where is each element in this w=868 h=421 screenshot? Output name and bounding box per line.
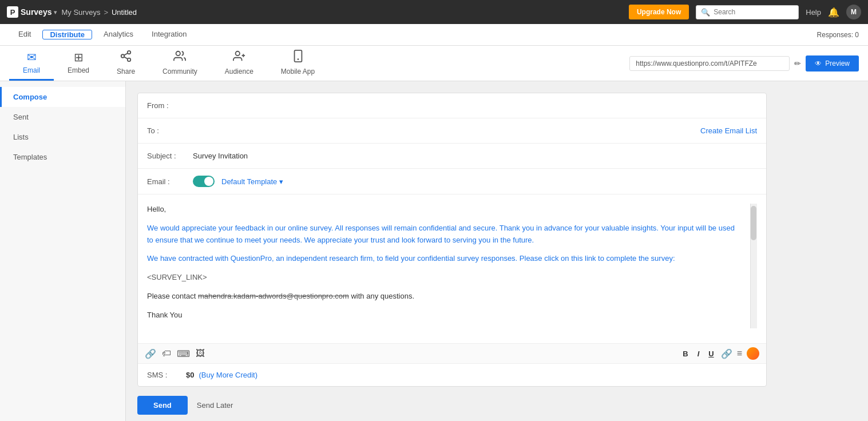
breadcrumb: My Surveys > Untitled bbox=[61, 8, 137, 17]
third-nav-items: ✉ Email ⊞ Embed Share Community bbox=[9, 46, 328, 81]
keyboard-icon[interactable]: ⌨ bbox=[177, 348, 190, 359]
editor-toolbar: 🔗 🏷 ⌨ 🖼 B I U 🔗 ≡ bbox=[138, 343, 766, 363]
url-edit-icon[interactable]: ✏ bbox=[794, 59, 801, 68]
send-area: Send Send Later bbox=[137, 387, 857, 415]
tab-audience[interactable]: Audience bbox=[211, 46, 267, 81]
default-template-btn[interactable]: Default Template ▾ bbox=[221, 177, 283, 186]
toolbar-left: 🔗 🏷 ⌨ 🖼 bbox=[145, 348, 205, 359]
svg-point-2 bbox=[128, 58, 131, 61]
tab-community-label: Community bbox=[162, 67, 197, 76]
survey-url-input[interactable] bbox=[629, 56, 790, 71]
buy-credit-link[interactable]: (Buy More Credit) bbox=[199, 371, 257, 379]
align-button[interactable]: ≡ bbox=[737, 348, 742, 359]
email-toggle[interactable] bbox=[193, 176, 215, 187]
email-contact-email: mahendra.kadam-adwords@questionpro.com bbox=[198, 292, 349, 300]
subject-value[interactable]: Survey Invitation bbox=[193, 152, 248, 160]
create-email-list-link[interactable]: Create Email List bbox=[700, 126, 757, 135]
image-icon[interactable]: 🖼 bbox=[196, 348, 205, 359]
hyperlink-button[interactable]: 🔗 bbox=[721, 348, 732, 359]
email-body[interactable]: Hello, We would appreciate your feedback… bbox=[138, 194, 766, 343]
tab-mobile-app-label: Mobile App bbox=[281, 67, 315, 76]
svg-point-5 bbox=[176, 51, 180, 55]
svg-rect-9 bbox=[294, 50, 302, 61]
sms-row: SMS : $0 (Buy More Credit) bbox=[138, 363, 766, 386]
italic-button[interactable]: I bbox=[695, 348, 702, 359]
community-icon bbox=[173, 50, 186, 65]
tab-embed[interactable]: ⊞ Embed bbox=[54, 46, 103, 81]
content-area: From : To : Create Email List Subject : … bbox=[126, 81, 868, 421]
embed-icon: ⊞ bbox=[74, 50, 84, 64]
tab-share[interactable]: Share bbox=[103, 46, 149, 81]
tab-email[interactable]: ✉ Email bbox=[9, 46, 54, 81]
second-navbar: Edit Distribute Analytics Integration Re… bbox=[0, 24, 868, 46]
email-toggle-area: Default Template ▾ bbox=[193, 176, 283, 187]
tab-email-label: Email bbox=[23, 66, 40, 74]
sidebar-item-sent[interactable]: Sent bbox=[0, 107, 125, 127]
tab-embed-label: Embed bbox=[68, 66, 89, 74]
sms-label: SMS : bbox=[147, 371, 181, 379]
tab-mobile-app[interactable]: Mobile App bbox=[267, 46, 328, 81]
search-input[interactable] bbox=[714, 8, 794, 16]
email-paragraph1: We would appreciate your feedback in our… bbox=[147, 223, 741, 247]
breadcrumb-home[interactable]: My Surveys bbox=[61, 8, 100, 17]
user-avatar[interactable]: M bbox=[846, 5, 861, 19]
nav-item-edit[interactable]: Edit bbox=[9, 24, 40, 45]
sidebar: Compose Sent Lists Templates bbox=[0, 81, 126, 421]
tag-icon[interactable]: 🏷 bbox=[162, 348, 171, 359]
share-icon bbox=[120, 50, 132, 65]
sidebar-item-compose[interactable]: Compose bbox=[0, 87, 125, 107]
nav-item-analytics[interactable]: Analytics bbox=[94, 24, 142, 45]
notification-bell[interactable]: 🔔 bbox=[828, 7, 839, 18]
send-later-link[interactable]: Send Later bbox=[197, 401, 233, 410]
email-paragraph2: We have contracted with QuestionPro, an … bbox=[147, 253, 741, 265]
subject-label: Subject : bbox=[147, 152, 193, 160]
email-label: Email : bbox=[147, 177, 193, 186]
mobile-app-icon bbox=[293, 50, 303, 65]
subject-row: Subject : Survey Invitation bbox=[138, 144, 766, 169]
from-row: From : bbox=[138, 93, 766, 118]
email-template-row: Email : Default Template ▾ bbox=[138, 169, 766, 194]
svg-point-1 bbox=[121, 54, 125, 58]
logo-p-icon: P bbox=[7, 6, 18, 18]
svg-point-0 bbox=[128, 50, 131, 54]
third-navbar: ✉ Email ⊞ Embed Share Community bbox=[0, 46, 868, 81]
link-icon[interactable]: 🔗 bbox=[145, 348, 156, 359]
svg-line-4 bbox=[124, 53, 128, 55]
search-icon: 🔍 bbox=[701, 8, 710, 17]
second-nav-items: Edit Distribute Analytics Integration bbox=[9, 24, 196, 45]
send-button[interactable]: Send bbox=[137, 396, 188, 415]
url-bar: ✏ 👁 Preview bbox=[629, 55, 859, 72]
top-navbar: P Surveys ▾ My Surveys > Untitled Upgrad… bbox=[0, 0, 868, 24]
email-contact-text: Please contact mahendra.kadam-adwords@qu… bbox=[147, 291, 741, 303]
nav-item-integration[interactable]: Integration bbox=[142, 24, 196, 45]
bold-button[interactable]: B bbox=[680, 348, 690, 359]
nav-item-distribute[interactable]: Distribute bbox=[42, 30, 92, 39]
preview-eye-icon: 👁 bbox=[815, 59, 822, 67]
email-icon: ✉ bbox=[27, 50, 37, 64]
toolbar-right: B I U 🔗 ≡ bbox=[680, 347, 759, 360]
tab-audience-label: Audience bbox=[225, 67, 253, 76]
email-p1-text: We would appreciate your feedback in our… bbox=[147, 224, 382, 232]
emoji-button[interactable] bbox=[747, 347, 759, 360]
compose-panel: From : To : Create Email List Subject : … bbox=[137, 93, 767, 387]
preview-button[interactable]: 👁 Preview bbox=[806, 55, 859, 72]
search-box[interactable]: 🔍 bbox=[696, 5, 799, 19]
sidebar-item-lists[interactable]: Lists bbox=[0, 127, 125, 147]
to-label: To : bbox=[147, 126, 193, 135]
audience-icon bbox=[233, 50, 245, 65]
from-label: From : bbox=[147, 101, 193, 110]
responses-count: Responses: 0 bbox=[817, 31, 859, 39]
email-greeting: Hello, bbox=[147, 204, 741, 216]
upgrade-button[interactable]: Upgrade Now bbox=[629, 5, 689, 19]
tab-community[interactable]: Community bbox=[149, 46, 211, 81]
app-dropdown-arrow[interactable]: ▾ bbox=[54, 9, 57, 15]
app-logo[interactable]: P Surveys ▾ bbox=[7, 6, 57, 18]
help-link[interactable]: Help bbox=[806, 8, 821, 17]
svg-line-3 bbox=[124, 57, 128, 59]
sidebar-item-templates[interactable]: Templates bbox=[0, 147, 125, 167]
underline-button[interactable]: U bbox=[706, 348, 716, 359]
breadcrumb-sep: > bbox=[104, 8, 108, 17]
email-survey-link: <SURVEY_LINK> bbox=[147, 272, 741, 284]
email-signoff: Thank You bbox=[147, 309, 741, 321]
svg-point-6 bbox=[235, 51, 239, 55]
